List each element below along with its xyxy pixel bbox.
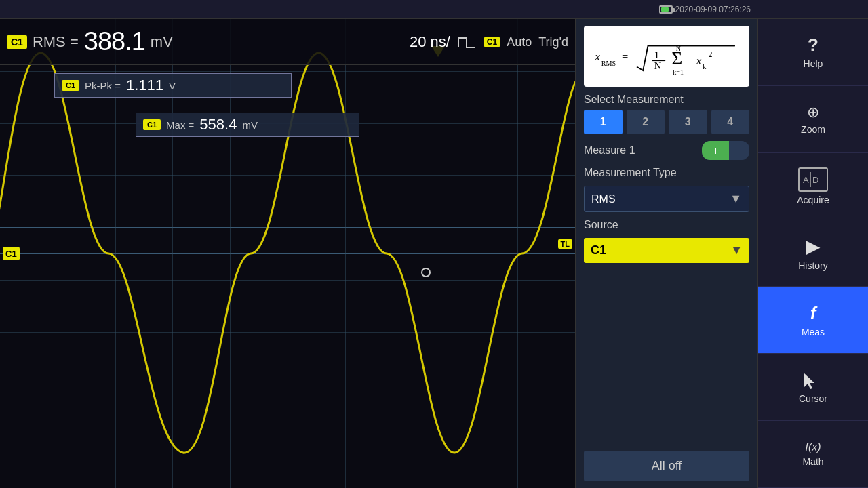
max-label: Max = bbox=[166, 119, 194, 131]
scope-screen: C1 TL C1 RMS = 388.1 mV 20 ns/ C1 Auto T… bbox=[0, 19, 575, 488]
sidebar-item-acquire[interactable]: A D Acquire bbox=[758, 153, 868, 220]
auto-label: Auto bbox=[507, 35, 532, 49]
sidebar: ? Help ⊕ Zoom A D Acquire ▶ History f Me… bbox=[757, 19, 868, 488]
math-icon: f(x) bbox=[805, 441, 821, 453]
cursor-marker bbox=[421, 268, 431, 277]
pkpk-c1-badge: C1 bbox=[62, 80, 79, 91]
pkpk-unit: V bbox=[169, 80, 176, 92]
measurement-type-dropdown[interactable]: RMS ▼ bbox=[584, 186, 749, 212]
meas-btn-4[interactable]: 4 bbox=[711, 110, 750, 134]
sidebar-label-history: History bbox=[798, 260, 828, 271]
meas-btn-2[interactable]: 2 bbox=[627, 110, 665, 134]
measure1-toggle[interactable]: I bbox=[702, 141, 749, 160]
scope-header: C1 RMS = 388.1 mV 20 ns/ C1 Auto Trig'd bbox=[0, 19, 575, 65]
sidebar-item-help[interactable]: ? Help bbox=[758, 19, 868, 86]
measure1-row: Measure 1 I bbox=[584, 141, 749, 160]
svg-text:RMS: RMS bbox=[601, 60, 616, 67]
pkpk-measurement: C1 Pk-Pk = 1.111 V bbox=[54, 73, 292, 98]
svg-text:D: D bbox=[812, 175, 818, 185]
max-unit: mV bbox=[242, 119, 258, 131]
svg-text:1: 1 bbox=[654, 49, 659, 60]
source-title: Source bbox=[584, 219, 749, 231]
rms-label: RMS = bbox=[33, 33, 79, 51]
trig-status: Trig'd bbox=[538, 35, 568, 49]
svg-text:=: = bbox=[622, 50, 628, 63]
all-off-button[interactable]: All off bbox=[584, 451, 749, 481]
scope-topright-info: 20 ns/ C1 Auto Trig'd bbox=[410, 19, 575, 65]
svg-text:k=1: k=1 bbox=[673, 68, 684, 76]
sidebar-label-meas: Meas bbox=[802, 327, 825, 338]
sidebar-item-cursor[interactable]: Cursor bbox=[758, 354, 868, 421]
sidebar-item-meas[interactable]: f Meas bbox=[758, 287, 868, 354]
measure1-label: Measure 1 bbox=[584, 144, 635, 157]
meas-btn-3[interactable]: 3 bbox=[669, 110, 707, 134]
history-icon: ▶ bbox=[806, 235, 821, 258]
acquire-icon: A D bbox=[798, 167, 828, 192]
sidebar-label-zoom: Zoom bbox=[801, 124, 825, 135]
svg-text:A: A bbox=[803, 175, 809, 185]
tl-badge: TL bbox=[558, 239, 572, 249]
sidebar-item-zoom[interactable]: ⊕ Zoom bbox=[758, 86, 868, 153]
source-arrow: ▼ bbox=[730, 243, 743, 258]
source-dropdown[interactable]: C1 ▼ bbox=[584, 238, 749, 263]
sidebar-label-math: Math bbox=[802, 456, 823, 467]
trigger-edge-icon bbox=[457, 33, 477, 52]
sidebar-label-cursor: Cursor bbox=[799, 393, 827, 404]
meas-btn-1[interactable]: 1 bbox=[584, 110, 623, 134]
measurement-type-section: Measurement Type RMS ▼ bbox=[584, 167, 749, 212]
measurement-panel: x RMS = 1 N Σ N k=1 x k 2 Select Measure… bbox=[575, 19, 757, 488]
source-value: C1 bbox=[591, 243, 606, 258]
svg-text:k: k bbox=[703, 63, 707, 70]
zoom-icon: ⊕ bbox=[807, 104, 819, 121]
toggle-off-state bbox=[729, 141, 749, 160]
select-measurement-section: Select Measurement 1 2 3 4 bbox=[584, 94, 749, 134]
rms-formula: x RMS = 1 N Σ N k=1 x k 2 bbox=[584, 26, 749, 87]
max-measurement: C1 Max = 558.4 mV bbox=[136, 113, 359, 137]
time-per-div: 20 ns/ bbox=[410, 33, 450, 51]
sidebar-label-help: Help bbox=[804, 58, 823, 69]
svg-text:x: x bbox=[595, 50, 601, 63]
help-icon: ? bbox=[808, 35, 818, 56]
pkpk-label: Pk-Pk = bbox=[85, 80, 121, 92]
c1-channel-label: C1 bbox=[3, 247, 20, 260]
source-section: Source C1 ▼ bbox=[584, 219, 749, 263]
sidebar-item-history[interactable]: ▶ History bbox=[758, 220, 868, 287]
meas-icon: f bbox=[810, 303, 816, 324]
measurement-button-group: 1 2 3 4 bbox=[584, 110, 749, 134]
trigger-c1-badge: C1 bbox=[484, 37, 500, 47]
c1-rms-badge: C1 bbox=[7, 35, 27, 49]
measurement-type-value: RMS bbox=[591, 193, 616, 205]
svg-text:x: x bbox=[696, 54, 702, 67]
svg-text:N: N bbox=[676, 45, 682, 52]
sidebar-item-math[interactable]: f(x) Math bbox=[758, 421, 868, 488]
measurement-type-arrow: ▼ bbox=[730, 192, 742, 206]
datetime-display: 2020-09-09 07:26:26 bbox=[659, 0, 757, 19]
sidebar-label-acquire: Acquire bbox=[797, 195, 829, 205]
rms-value: 388.1 bbox=[84, 27, 145, 56]
toggle-on-state: I bbox=[702, 141, 729, 160]
rms-unit: mV bbox=[151, 33, 173, 51]
max-c1-badge: C1 bbox=[143, 119, 161, 130]
svg-text:2: 2 bbox=[708, 49, 712, 59]
cursor-icon bbox=[801, 370, 825, 390]
max-value: 558.4 bbox=[199, 116, 237, 134]
select-measurement-title: Select Measurement bbox=[584, 94, 749, 106]
pkpk-value: 1.111 bbox=[126, 77, 163, 94]
svg-text:N: N bbox=[654, 60, 662, 71]
measurement-type-title: Measurement Type bbox=[584, 167, 749, 179]
battery-icon bbox=[659, 5, 673, 14]
datetime-text: 2020-09-09 07:26:26 bbox=[675, 5, 751, 14]
